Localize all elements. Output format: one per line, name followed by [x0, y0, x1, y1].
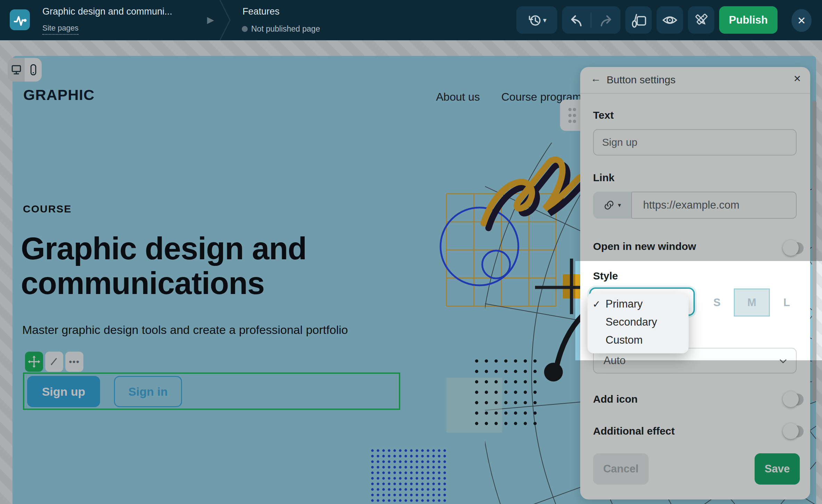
nav-item-about-us[interactable]: About us — [436, 91, 480, 103]
top-bar: Graphic design and communi... Site pages… — [0, 0, 822, 40]
pencil-icon — [49, 356, 59, 367]
panel-header: ← Button settings ✕ — [580, 67, 810, 94]
site-logo[interactable]: GRAPHIC — [23, 86, 94, 103]
link-type-dropdown[interactable]: ▾ — [593, 192, 631, 219]
breadcrumb-arrow-icon: ▶ — [207, 15, 214, 25]
back-arrow-icon[interactable]: ← — [591, 73, 601, 84]
panel-close-icon[interactable]: ✕ — [793, 73, 801, 84]
publish-button[interactable]: Publish — [719, 6, 778, 34]
editor-close-button[interactable]: ✕ — [791, 9, 812, 32]
undo-button[interactable] — [562, 12, 591, 28]
style-option-custom[interactable]: Custom — [587, 331, 689, 349]
mobile-view-button[interactable] — [25, 58, 42, 82]
panel-scrollbar[interactable] — [812, 101, 816, 401]
link-control: ▾ — [593, 192, 797, 219]
style-label: Style — [593, 270, 618, 282]
hero-eyebrow: COURSE — [23, 203, 72, 215]
hero-subtitle: Master graphic design tools and create a… — [22, 323, 348, 337]
caret-down-icon: ▾ — [543, 16, 546, 24]
signin-button[interactable]: Sign in — [114, 376, 182, 407]
eye-icon — [661, 12, 679, 28]
save-button[interactable]: Save — [755, 453, 800, 485]
breadcrumb-site-pages-link[interactable]: Site pages — [42, 24, 79, 35]
open-new-window-label: Open in new window — [593, 241, 696, 252]
drag-dots-icon — [568, 107, 577, 124]
text-label: Text — [593, 109, 614, 121]
app-window: Graphic design and communi... Site pages… — [0, 0, 822, 504]
add-icon-label: Add icon — [593, 393, 638, 405]
edit-widget-button[interactable] — [45, 352, 63, 372]
open-new-window-toggle[interactable] — [783, 242, 804, 254]
widget-toolbar: ••• — [25, 352, 83, 372]
undo-redo-group — [562, 6, 620, 34]
brush-page-icon — [630, 12, 647, 28]
signup-button[interactable]: Sign up — [27, 376, 100, 407]
width-value: Auto — [603, 354, 626, 367]
style-option-secondary[interactable]: Secondary — [587, 313, 689, 331]
size-option-s[interactable]: S — [700, 288, 734, 317]
link-icon — [603, 199, 615, 211]
check-icon: ✓ — [587, 299, 606, 310]
move-widget-button[interactable] — [25, 352, 43, 372]
pulse-icon — [12, 12, 27, 27]
status-dot-icon — [242, 26, 248, 32]
button-text-input[interactable] — [593, 129, 797, 156]
selected-widget-frame[interactable]: Sign up Sign in — [23, 372, 400, 410]
undo-icon — [569, 12, 584, 28]
size-option-m[interactable]: M — [734, 288, 770, 317]
cancel-button[interactable]: Cancel — [593, 453, 649, 485]
workspace: GRAPHIC About us Course program COURSE G… — [0, 40, 822, 504]
chevron-down-icon — [779, 359, 787, 364]
desktop-icon — [10, 64, 22, 75]
pencil-ruler-icon — [693, 12, 709, 28]
design-styles-button[interactable] — [625, 6, 652, 34]
add-icon-toggle[interactable] — [783, 394, 804, 405]
additional-effect-toggle[interactable] — [783, 426, 804, 437]
section-divider — [219, 0, 233, 40]
app-logo[interactable] — [10, 9, 30, 30]
blue-dots-pattern — [370, 448, 446, 504]
page-status-label: Not published page — [251, 24, 320, 34]
design-tools-button[interactable] — [688, 6, 714, 34]
redo-icon — [598, 12, 614, 28]
button-settings-panel: ← Button settings ✕ Text Link ▾ Open in … — [580, 67, 810, 499]
size-selector: S M L — [700, 288, 804, 317]
hero-heading: Graphic design and communications — [21, 231, 306, 301]
caret-down-icon: ▾ — [618, 201, 621, 209]
page-title: Features — [243, 6, 280, 17]
redo-button[interactable] — [591, 12, 620, 28]
dots-pattern — [472, 356, 541, 425]
breadcrumb-site-title: Graphic design and communi... — [42, 6, 172, 17]
page-status: Not published page — [242, 24, 320, 34]
size-option-l[interactable]: L — [770, 288, 804, 317]
preview-button[interactable] — [657, 6, 683, 34]
more-options-button[interactable]: ••• — [65, 352, 83, 372]
style-dropdown-menu: ✓ Primary Secondary Custom — [587, 292, 689, 353]
mobile-icon — [30, 64, 37, 76]
panel-title: Button settings — [607, 74, 675, 86]
additional-effect-label: Additional effect — [593, 425, 675, 437]
history-button[interactable]: ▾ — [516, 6, 557, 34]
desktop-view-button[interactable] — [8, 58, 25, 82]
move-icon — [27, 355, 41, 368]
link-label: Link — [593, 172, 615, 184]
device-switcher — [8, 58, 42, 82]
history-icon — [527, 12, 543, 28]
link-url-input[interactable] — [631, 192, 797, 219]
style-option-primary[interactable]: ✓ Primary — [587, 295, 689, 313]
